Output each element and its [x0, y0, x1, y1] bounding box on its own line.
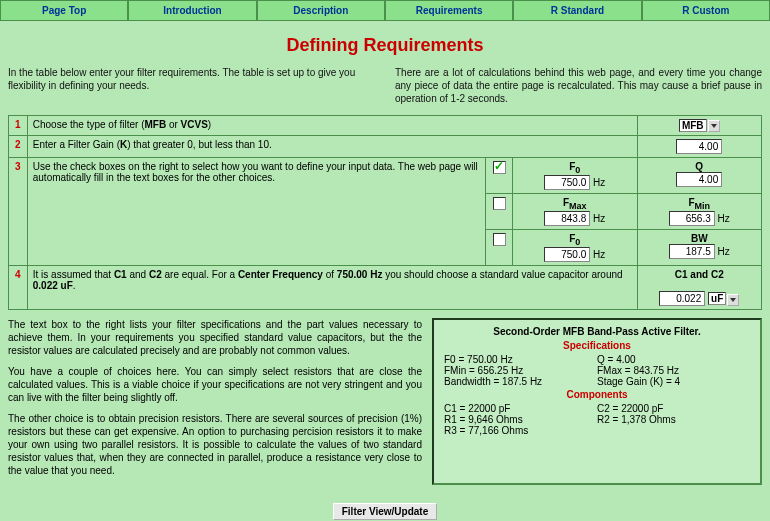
- para-3: The other choice is to obtain precision …: [8, 412, 422, 477]
- f0-unit: Hz: [593, 177, 605, 188]
- spec-sub1: Specifications: [444, 340, 750, 351]
- fmin-input[interactable]: 656.3: [669, 211, 715, 226]
- row1-text: Choose the type of filter (MFB or VCVS): [27, 116, 637, 136]
- nav-requirements[interactable]: Requirements: [385, 0, 513, 21]
- nav-description[interactable]: Description: [257, 0, 385, 21]
- spec-fmin: FMin = 656.25 Hz: [444, 365, 597, 376]
- cap-input[interactable]: 0.022: [659, 291, 705, 306]
- fmin-unit: Hz: [718, 213, 730, 224]
- fmin-label: FMin: [688, 197, 710, 208]
- chevron-down-icon[interactable]: [727, 294, 739, 306]
- row3-text: Use the check boxes on the right to sele…: [27, 158, 485, 266]
- checkbox-fmax-fmin[interactable]: [493, 197, 506, 210]
- fmax-input[interactable]: 843.8: [544, 211, 590, 226]
- para-1: The text box to the right lists your fil…: [8, 318, 422, 357]
- q-label: Q: [695, 161, 703, 172]
- row4-text: It is assumed that C1 and C2 are equal. …: [27, 266, 637, 310]
- fmax-unit: Hz: [593, 213, 605, 224]
- nav-r-custom[interactable]: R Custom: [642, 0, 770, 21]
- chevron-down-icon[interactable]: [708, 120, 720, 132]
- nav-r-standard[interactable]: R Standard: [513, 0, 641, 21]
- bw-unit: Hz: [718, 246, 730, 257]
- spec-bw: Bandwidth = 187.5 Hz: [444, 376, 597, 387]
- nav-page-top[interactable]: Page Top: [0, 0, 128, 21]
- top-nav: Page Top Introduction Description Requir…: [0, 0, 770, 21]
- explanation-text: The text box to the right lists your fil…: [8, 318, 422, 485]
- spec-f0: F0 = 750.00 Hz: [444, 354, 597, 365]
- row4-num: 4: [9, 266, 28, 310]
- spec-r3: R3 = 77,166 Ohms: [444, 425, 597, 436]
- f0-label: F0: [569, 161, 580, 172]
- nav-introduction[interactable]: Introduction: [128, 0, 256, 21]
- checkbox-f0-q[interactable]: [493, 161, 506, 174]
- intro-left: In the table below enter your filter req…: [8, 66, 375, 105]
- intro-right: There are a lot of calculations behind t…: [395, 66, 762, 105]
- spec-fmax: FMax = 843.75 Hz: [597, 365, 750, 376]
- spec-r2: R2 = 1,378 Ohms: [597, 414, 750, 425]
- spec-title: Second-Order MFB Band-Pass Active Filter…: [444, 326, 750, 337]
- bw-input[interactable]: 187.5: [669, 244, 715, 259]
- intro-block: In the table below enter your filter req…: [0, 66, 770, 115]
- spec-sub2: Components: [444, 389, 750, 400]
- f0b-unit: Hz: [593, 249, 605, 260]
- bw-label: BW: [691, 233, 708, 244]
- spec-box: Second-Order MFB Band-Pass Active Filter…: [432, 318, 762, 485]
- row2-num: 2: [9, 136, 28, 158]
- page-title: Defining Requirements: [0, 35, 770, 56]
- filter-view-update-button[interactable]: Filter View/Update: [333, 503, 438, 520]
- f0b-label: F0: [569, 233, 580, 244]
- filter-type-select[interactable]: MFB: [679, 119, 707, 132]
- para-2: You have a couple of choices here. You c…: [8, 365, 422, 404]
- spec-r1: R1 = 9,646 Ohms: [444, 414, 597, 425]
- q-input[interactable]: 4.00: [676, 172, 722, 187]
- cap-unit-select[interactable]: uF: [708, 292, 726, 305]
- f0b-input[interactable]: 750.0: [544, 247, 590, 262]
- c1c2-label: C1 and C2: [675, 269, 724, 280]
- row2-text: Enter a Filter Gain (K) that greater 0, …: [27, 136, 637, 158]
- row1-num: 1: [9, 116, 28, 136]
- spec-c1: C1 = 22000 pF: [444, 403, 597, 414]
- spec-gain: Stage Gain (K) = 4: [597, 376, 750, 387]
- spec-q: Q = 4.00: [597, 354, 750, 365]
- checkbox-f0-bw[interactable]: [493, 233, 506, 246]
- spec-c2: C2 = 22000 pF: [597, 403, 750, 414]
- requirements-table: 1 Choose the type of filter (MFB or VCVS…: [8, 115, 762, 310]
- gain-input[interactable]: 4.00: [676, 139, 722, 154]
- row3-num: 3: [9, 158, 28, 266]
- f0-input[interactable]: 750.0: [544, 175, 590, 190]
- fmax-label: FMax: [563, 197, 587, 208]
